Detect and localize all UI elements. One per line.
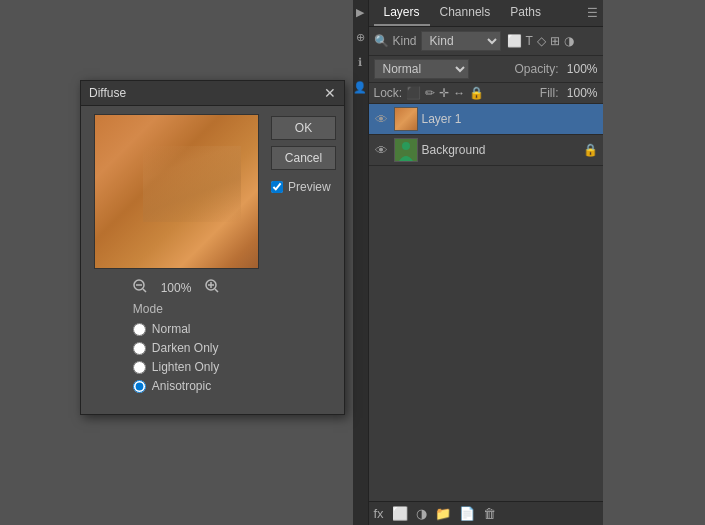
filter-smartobj-icon[interactable]: ⊞ [550, 34, 560, 48]
lock-pixels-icon[interactable]: ✏ [425, 86, 435, 100]
mode-darken-radio[interactable] [133, 342, 146, 355]
blend-opacity-row: Normal Opacity: 100% [369, 56, 603, 83]
mode-lighten-item: Lighten Only [133, 360, 219, 374]
preview-check-label: Preview [288, 180, 331, 194]
filter-pixel-icon[interactable]: ⬜ [507, 34, 522, 48]
zoom-in-button[interactable] [201, 277, 223, 298]
zoom-in-icon [205, 279, 219, 293]
filter-adj-icon[interactable]: ◑ [564, 34, 574, 48]
mode-section: Mode Normal Darken Only Lighten Only [125, 298, 227, 406]
opacity-label: Opacity: [514, 62, 558, 76]
layer-fx-icon[interactable]: fx [374, 506, 384, 521]
main-canvas-area: Diffuse ✕ 100% [0, 0, 353, 525]
mode-anisotropic-item: Anisotropic [133, 379, 219, 393]
dialog-title: Diffuse [89, 86, 126, 100]
zoom-out-icon [133, 279, 147, 293]
mode-anisotropic-radio[interactable] [133, 380, 146, 393]
filter-kind-select[interactable]: Kind [421, 31, 501, 51]
preview-canvas [94, 114, 259, 269]
svg-point-8 [402, 142, 410, 150]
preview-check-row: Preview [271, 180, 336, 194]
dialog-close-button[interactable]: ✕ [324, 86, 336, 100]
layer-group-icon[interactable]: 📁 [435, 506, 451, 521]
svg-line-6 [215, 289, 218, 292]
layer-visibility-icon[interactable]: 👁 [374, 112, 390, 127]
fill-value: 100% [563, 86, 598, 100]
layer-lock-icon: 🔒 [583, 143, 598, 157]
lock-position-icon[interactable]: ✛ [439, 86, 449, 100]
dialog-body: 100% Mode Normal [81, 106, 344, 414]
mode-lighten-label: Lighten Only [152, 360, 219, 374]
layer-name: Background [422, 143, 579, 157]
panel-icon-2[interactable]: ⊕ [354, 29, 367, 46]
layer-thumbnail [394, 107, 418, 131]
opacity-value: 100% [563, 62, 598, 76]
filter-label: Kind [393, 34, 417, 48]
right-wrapper: ▶ ⊕ ℹ 👤 Layers Channels Paths ☰ 🔍 Kind K… [353, 0, 706, 525]
blend-mode-select[interactable]: Normal [374, 59, 469, 79]
mode-darken-label: Darken Only [152, 341, 219, 355]
layer-person-svg [395, 139, 417, 161]
layer-item[interactable]: 👁 Background 🔒 [369, 135, 603, 166]
layer-thumbnail [394, 138, 418, 162]
mode-label: Mode [133, 302, 219, 316]
filter-shape-icon[interactable]: ◇ [537, 34, 546, 48]
panel-icon-4[interactable]: 👤 [351, 79, 369, 96]
lock-all-icon[interactable]: 🔒 [469, 86, 484, 100]
panel-icon-3[interactable]: ℹ [356, 54, 364, 71]
new-layer-icon[interactable]: 📄 [459, 506, 475, 521]
panel-menu-icon[interactable]: ☰ [587, 6, 598, 20]
lock-row: Lock: ⬛ ✏ ✛ ↔ 🔒 Fill: 100% [369, 83, 603, 104]
filter-type-icons: ⬜ T ◇ ⊞ ◑ [507, 34, 574, 48]
ok-button[interactable]: OK [271, 116, 336, 140]
preview-checkbox[interactable] [271, 181, 283, 193]
layer-adj-icon[interactable]: ◑ [416, 506, 427, 521]
search-icon: 🔍 [374, 34, 389, 48]
mode-normal-radio[interactable] [133, 323, 146, 336]
layers-bottom-bar: fx ⬜ ◑ 📁 📄 🗑 [369, 501, 603, 525]
layer-mask-icon[interactable]: ⬜ [392, 506, 408, 521]
tab-channels[interactable]: Channels [430, 0, 501, 26]
filter-row: 🔍 Kind Kind ⬜ T ◇ ⊞ ◑ [369, 27, 603, 56]
layer-name: Layer 1 [422, 112, 598, 126]
tab-layers[interactable]: Layers [374, 0, 430, 26]
lock-transparent-icon[interactable]: ⬛ [406, 86, 421, 100]
fill-label: Fill: [540, 86, 559, 100]
cancel-button[interactable]: Cancel [271, 146, 336, 170]
panel-icon-1[interactable]: ▶ [354, 4, 366, 21]
mode-darken-item: Darken Only [133, 341, 219, 355]
mode-anisotropic-label: Anisotropic [152, 379, 211, 393]
zoom-out-button[interactable] [129, 277, 151, 298]
tabs-bar: Layers Channels Paths ☰ [369, 0, 603, 27]
layer-visibility-icon[interactable]: 👁 [374, 143, 390, 158]
filter-text-icon[interactable]: T [526, 34, 533, 48]
delete-layer-icon[interactable]: 🗑 [483, 506, 496, 521]
lock-artboard-icon[interactable]: ↔ [453, 86, 465, 100]
tab-paths[interactable]: Paths [500, 0, 551, 26]
layer-item[interactable]: 👁 Layer 1 [369, 104, 603, 135]
layers-panel: Layers Channels Paths ☰ 🔍 Kind Kind ⬜ T … [368, 0, 603, 525]
mode-normal-item: Normal [133, 322, 219, 336]
zoom-controls: 100% [129, 277, 224, 298]
mode-lighten-radio[interactable] [133, 361, 146, 374]
zoom-value: 100% [161, 281, 192, 295]
lock-icons-group: ⬛ ✏ ✛ ↔ 🔒 [406, 86, 484, 100]
mode-normal-label: Normal [152, 322, 191, 336]
dialog-left-section: 100% Mode Normal [89, 114, 263, 406]
dialog-titlebar: Diffuse ✕ [81, 81, 344, 106]
panel-top-icons: ▶ ⊕ ℹ 👤 [353, 0, 368, 525]
lock-label: Lock: [374, 86, 403, 100]
layers-list: 👁 Layer 1 👁 Background 🔒 [369, 104, 603, 501]
dialog-buttons: OK Cancel Preview [271, 114, 336, 406]
svg-line-2 [143, 289, 146, 292]
diffuse-dialog: Diffuse ✕ 100% [80, 80, 345, 415]
